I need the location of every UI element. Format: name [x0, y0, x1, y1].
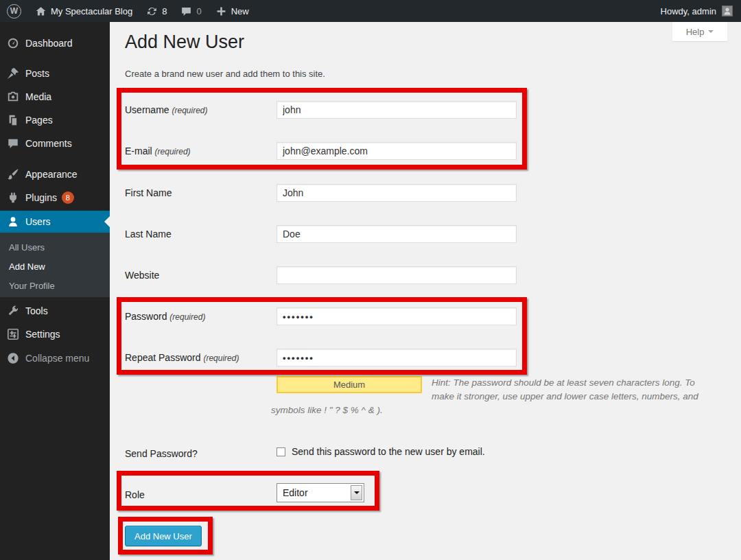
site-link[interactable]: My Spectacular Blog	[28, 0, 139, 22]
brush-icon	[7, 168, 19, 180]
sidebar-item-tools[interactable]: Tools	[0, 301, 110, 321]
role-label: Role	[125, 486, 272, 504]
last-name-label: Last Name	[125, 225, 272, 243]
comment-bubble-icon	[7, 137, 19, 150]
plugins-update-badge: 8	[62, 191, 74, 204]
page-subtitle: Create a brand new user and add them to …	[125, 69, 325, 79]
users-submenu: All Users Add New Your Profile	[0, 233, 110, 297]
password-label: Password (required)	[125, 307, 272, 325]
repeat-password-input[interactable]	[277, 349, 517, 366]
website-input[interactable]	[277, 266, 517, 284]
comment-bubble-icon	[180, 5, 192, 17]
help-button[interactable]: Help	[672, 22, 727, 41]
email-label: E-mail (required)	[125, 142, 272, 160]
pages-icon	[7, 114, 19, 126]
active-menu-arrow	[99, 216, 110, 227]
password-hint: Medium Hint: The password should be at l…	[271, 376, 716, 417]
username-label: Username (required)	[125, 101, 272, 119]
submenu-all-users[interactable]: All Users	[9, 239, 110, 257]
submenu-your-profile[interactable]: Your Profile	[9, 277, 110, 295]
pushpin-icon	[7, 67, 19, 80]
sidebar-item-collapse-menu[interactable]: Collapse menu	[0, 348, 110, 369]
repeat-password-label: Repeat Password (required)	[125, 349, 272, 366]
sliders-icon	[7, 328, 19, 340]
sidebar-item-posts[interactable]: Posts	[0, 63, 110, 84]
select-dropdown-button[interactable]	[351, 485, 362, 500]
page-title: Add New User	[125, 32, 244, 53]
send-password-label: Send Password?	[125, 445, 272, 463]
dashboard-icon	[7, 37, 19, 49]
wordpress-logo-icon: W	[7, 4, 21, 19]
new-content-menu[interactable]: New	[209, 0, 256, 22]
howdy-account[interactable]: Howdy, admin	[661, 6, 716, 16]
first-name-label: First Name	[125, 184, 272, 202]
first-name-input[interactable]	[277, 184, 517, 202]
admin-bar: W My Spectacular Blog 8 0 New Howdy, adm…	[0, 0, 741, 22]
avatar[interactable]	[722, 5, 733, 16]
chevron-down-icon	[354, 491, 360, 497]
main-content: Help Add New User Create a brand new use…	[110, 22, 741, 560]
sidebar-item-settings[interactable]: Settings	[0, 324, 110, 345]
sidebar-item-plugins[interactable]: Plugins 8	[0, 187, 110, 208]
camera-icon	[7, 91, 19, 103]
new-label: New	[231, 6, 249, 16]
website-label: Website	[125, 266, 272, 284]
sidebar-item-media[interactable]: Media	[0, 86, 110, 107]
role-select[interactable]: Editor	[277, 483, 364, 502]
sidebar-item-comments[interactable]: Comments	[0, 133, 110, 154]
email-input[interactable]	[277, 142, 517, 160]
comments-indicator[interactable]: 0	[174, 0, 208, 22]
send-password-checkbox[interactable]	[277, 447, 285, 456]
wordpress-menu[interactable]: W	[0, 0, 28, 22]
wrench-icon	[7, 305, 19, 317]
updates-indicator[interactable]: 8	[139, 0, 174, 22]
sidebar-item-pages[interactable]: Pages	[0, 110, 110, 130]
person-icon	[7, 215, 19, 228]
password-input[interactable]	[277, 307, 517, 325]
last-name-input[interactable]	[277, 225, 517, 243]
username-input[interactable]	[277, 101, 517, 119]
sidebar-item-dashboard[interactable]: Dashboard	[0, 33, 110, 54]
submenu-add-new[interactable]: Add New	[9, 258, 110, 276]
password-strength-meter: Medium	[277, 376, 422, 393]
add-new-user-button[interactable]: Add New User	[125, 526, 202, 546]
collapse-arrow-icon	[7, 352, 19, 364]
update-refresh-icon	[146, 5, 158, 17]
plug-icon	[7, 191, 19, 204]
comment-count: 0	[196, 6, 201, 16]
sidebar-item-appearance[interactable]: Appearance	[0, 164, 110, 185]
chevron-down-icon	[708, 30, 714, 36]
admin-sidebar: Dashboard Posts Media Pages Comments App…	[0, 22, 110, 560]
home-icon	[35, 5, 47, 17]
site-name: My Spectacular Blog	[51, 6, 132, 16]
plus-icon	[215, 5, 227, 17]
send-password-checkbox-label: Send this password to the new user by em…	[292, 446, 485, 457]
sidebar-item-users[interactable]: Users	[0, 211, 110, 233]
role-selected-value: Editor	[283, 484, 308, 502]
update-count: 8	[162, 6, 167, 16]
